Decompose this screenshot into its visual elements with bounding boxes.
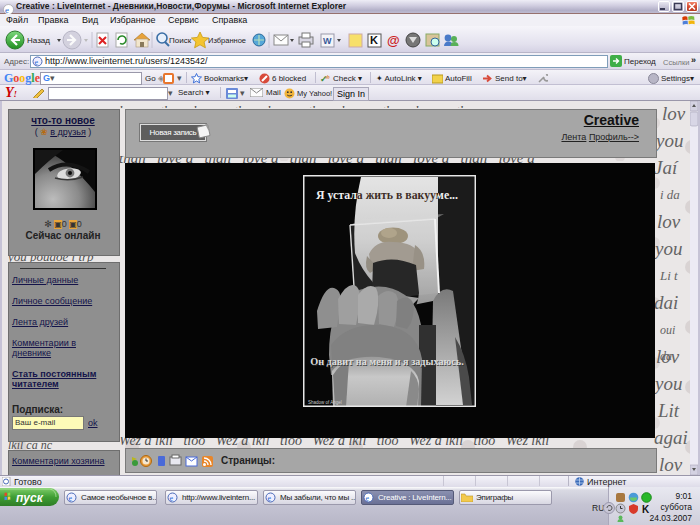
svg-text:K: K bbox=[370, 34, 378, 46]
svg-text:Shadow of Angel: Shadow of Angel bbox=[308, 400, 342, 405]
svg-text:Назад: Назад bbox=[27, 36, 50, 45]
svg-text:W: W bbox=[323, 36, 332, 46]
svg-text:Он давит на меня и я задыхаюсь: Он давит на меня и я задыхаюсь. bbox=[310, 356, 464, 367]
svg-text:e: e bbox=[35, 58, 39, 67]
svg-text:e: e bbox=[268, 494, 272, 503]
svg-text:e: e bbox=[69, 494, 73, 503]
svg-text:ᵃᵇ: ᵃᵇ bbox=[325, 75, 330, 81]
svg-text:Избранное: Избранное bbox=[208, 36, 246, 45]
svg-text:@: @ bbox=[387, 33, 400, 48]
svg-text:Поиск: Поиск bbox=[169, 36, 192, 45]
svg-text:e: e bbox=[170, 494, 174, 503]
svg-text:e: e bbox=[366, 494, 370, 503]
svg-text:пуск: пуск bbox=[16, 491, 44, 505]
